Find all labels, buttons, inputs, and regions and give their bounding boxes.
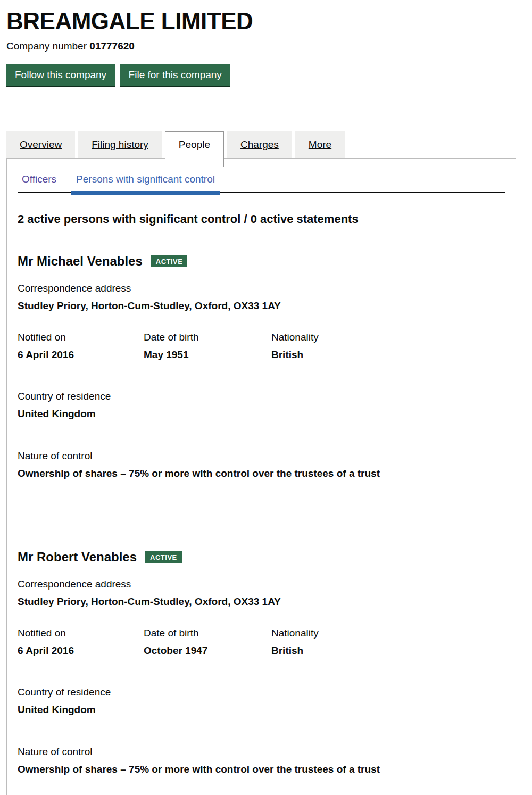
person-details-grid: Notified on Date of birth Nationality 6 … (18, 332, 505, 361)
status-badge: ACTIVE (151, 255, 188, 267)
tab-charges[interactable]: Charges (227, 131, 292, 158)
tab-filing-history[interactable]: Filing history (78, 131, 162, 158)
nature-of-control-value: Ownership of shares – 75% or more with c… (18, 468, 505, 479)
country-of-residence-label: Country of residence (18, 686, 505, 698)
company-number: Company number 01777620 (6, 40, 516, 52)
person-divider (24, 532, 498, 532)
notified-on-label: Notified on (18, 627, 144, 639)
tab-overview[interactable]: Overview (6, 131, 75, 158)
date-of-birth-value: May 1951 (144, 349, 271, 361)
nationality-value: British (271, 349, 505, 361)
person-name: Mr Michael Venables (18, 254, 143, 269)
tab-people[interactable]: People (165, 131, 224, 167)
nature-of-control-value: Ownership of shares – 75% or more with c… (18, 764, 505, 775)
subtab-officers[interactable]: Officers (22, 173, 56, 185)
psc-summary-heading: 2 active persons with significant contro… (18, 212, 505, 226)
date-of-birth-value: October 1947 (144, 645, 271, 657)
nature-of-control-label: Nature of control (18, 450, 505, 462)
psc-entry: Mr Michael Venables ACTIVE Correspondenc… (18, 254, 505, 479)
notified-on-value: 6 April 2016 (18, 349, 144, 361)
tab-bar: Overview Filing history People Charges M… (6, 131, 516, 158)
company-number-value: 01777620 (89, 40, 135, 52)
page: BREAMGALE LIMITED Company number 0177762… (0, 9, 532, 795)
country-of-residence-label: Country of residence (18, 391, 505, 402)
country-of-residence-value: United Kingdom (18, 704, 505, 716)
country-of-residence-value: United Kingdom (18, 408, 505, 420)
subtab-persons-with-significant-control[interactable]: Persons with significant control (76, 173, 215, 185)
psc-entry: Mr Robert Venables ACTIVE Correspondence… (18, 550, 505, 775)
notified-on-value: 6 April 2016 (18, 645, 144, 657)
correspondence-address-label: Correspondence address (18, 283, 505, 294)
person-name: Mr Robert Venables (18, 550, 137, 565)
nature-of-control-label: Nature of control (18, 746, 505, 758)
tab-more[interactable]: More (295, 131, 345, 158)
person-details-grid: Notified on Date of birth Nationality 6 … (18, 627, 505, 657)
nationality-label: Nationality (271, 627, 505, 639)
people-panel: Officers Persons with significant contro… (6, 158, 516, 795)
company-number-label: Company number (6, 40, 87, 52)
file-company-button[interactable]: File for this company (120, 64, 230, 86)
correspondence-address-value: Studley Priory, Horton-Cum-Studley, Oxfo… (18, 300, 505, 312)
follow-company-button[interactable]: Follow this company (6, 64, 115, 86)
company-actions: Follow this company File for this compan… (6, 64, 516, 86)
correspondence-address-label: Correspondence address (18, 578, 505, 590)
notified-on-label: Notified on (18, 332, 144, 343)
date-of-birth-label: Date of birth (144, 627, 271, 639)
status-badge: ACTIVE (145, 551, 182, 563)
date-of-birth-label: Date of birth (144, 332, 271, 343)
nationality-label: Nationality (271, 332, 505, 343)
nationality-value: British (271, 645, 505, 657)
subtab-bar: Officers Persons with significant contro… (18, 159, 505, 193)
correspondence-address-value: Studley Priory, Horton-Cum-Studley, Oxfo… (18, 596, 505, 608)
company-name-heading: BREAMGALE LIMITED (6, 9, 516, 34)
